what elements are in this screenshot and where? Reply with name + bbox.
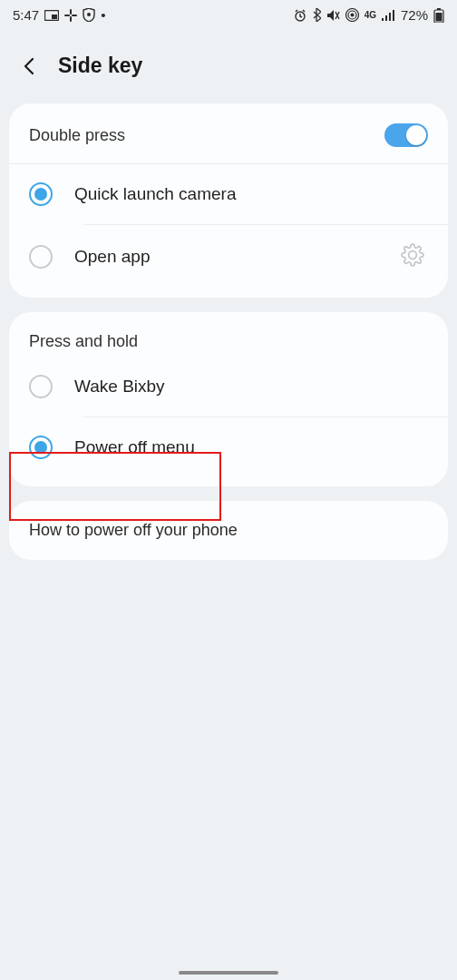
radio-icon: [29, 436, 53, 459]
svg-rect-2: [70, 9, 72, 15]
dot-icon: •: [101, 7, 105, 23]
page-title: Side key: [58, 54, 142, 78]
svg-point-8: [350, 14, 354, 17]
double-press-card: Double press Quick launch camera Open ap…: [9, 103, 448, 298]
option-label: Wake Bixby: [74, 377, 428, 397]
nav-indicator[interactable]: [179, 971, 278, 975]
hotspot-icon: [345, 8, 359, 22]
battery-icon: [433, 8, 444, 23]
bluetooth-icon: [312, 8, 321, 22]
radio-icon: [29, 182, 53, 206]
radio-icon: [29, 245, 53, 269]
option-quick-launch-camera[interactable]: Quick launch camera: [9, 164, 448, 224]
tip-card[interactable]: How to power off your phone: [9, 501, 448, 560]
svg-rect-17: [436, 13, 442, 22]
gear-icon[interactable]: [401, 243, 424, 270]
press-hold-card: Press and hold Wake Bixby Power off menu: [9, 312, 448, 486]
slack-icon: [64, 9, 77, 22]
pip-icon: [44, 10, 59, 21]
mute-icon: [326, 9, 340, 22]
svg-rect-11: [382, 18, 384, 21]
option-label: Open app: [74, 247, 379, 267]
svg-point-6: [87, 13, 91, 16]
status-time: 5:47: [13, 7, 39, 23]
svg-rect-13: [389, 13, 391, 21]
option-wake-bixby[interactable]: Wake Bixby: [9, 357, 448, 416]
svg-rect-12: [385, 15, 387, 21]
alarm-icon: [294, 9, 306, 22]
battery-percent: 72%: [401, 7, 428, 23]
toggle-knob: [406, 125, 426, 145]
tip-text: How to power off your phone: [29, 521, 238, 539]
double-press-options: Quick launch camera Open app: [9, 164, 448, 298]
shield-icon: [83, 8, 95, 22]
option-label: Quick launch camera: [74, 184, 428, 204]
press-hold-label: Press and hold: [9, 312, 448, 357]
header: Side key: [0, 26, 457, 103]
svg-rect-14: [393, 10, 394, 21]
radio-icon: [29, 375, 53, 398]
signal-icon: [382, 10, 395, 21]
press-hold-options: Wake Bixby Power off menu: [9, 357, 448, 486]
svg-rect-4: [64, 15, 70, 16]
svg-rect-3: [70, 16, 72, 22]
status-right: 4G 72%: [294, 7, 444, 23]
svg-rect-5: [72, 15, 77, 16]
option-label: Power off menu: [74, 437, 428, 457]
option-open-app[interactable]: Open app: [9, 225, 448, 289]
status-left: 5:47 •: [13, 7, 105, 23]
double-press-toggle[interactable]: [384, 123, 428, 147]
option-power-off-menu[interactable]: Power off menu: [9, 417, 448, 477]
svg-rect-1: [52, 15, 57, 19]
network-type-icon: 4G: [365, 10, 376, 20]
back-icon[interactable]: [20, 56, 40, 76]
double-press-toggle-row[interactable]: Double press: [9, 103, 448, 164]
double-press-label: Double press: [29, 126, 125, 145]
status-bar: 5:47 • 4G 72%: [0, 0, 457, 26]
